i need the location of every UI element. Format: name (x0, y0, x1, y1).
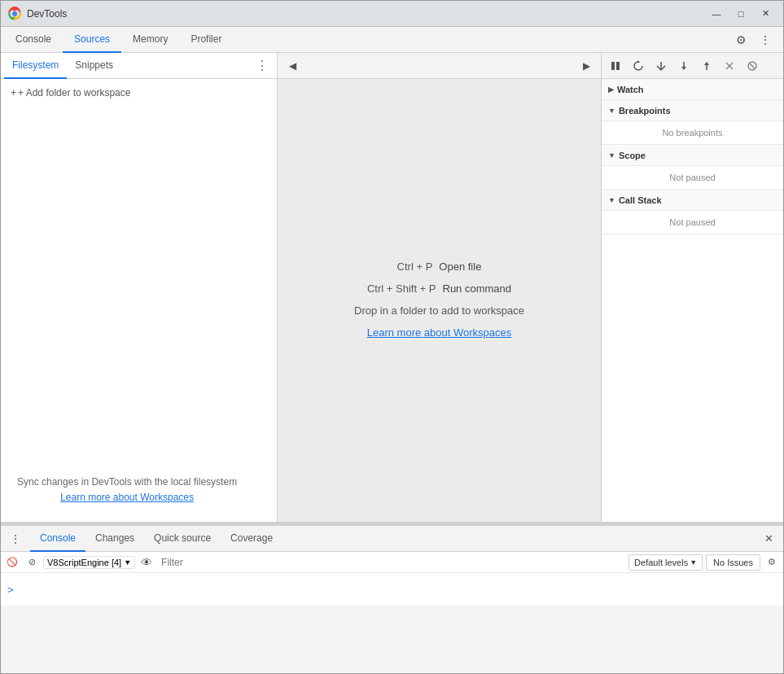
step-out-icon (701, 60, 712, 72)
devtools-window: DevTools — □ ✕ Console Sources Memory Pr… (0, 0, 784, 674)
bottom-tab-changes[interactable]: Changes (85, 526, 144, 552)
right-panel: ▶ Watch ▼ Breakpoints No breakpoints ▼ S… (601, 53, 783, 522)
watch-triangle-icon: ▶ (608, 85, 614, 94)
step-into-button[interactable] (673, 55, 694, 77)
shortcut-action-open: Open file (439, 260, 481, 273)
step-into-icon (678, 60, 690, 72)
breakpoints-section-header[interactable]: ▼ Breakpoints (602, 100, 783, 121)
left-panel: Filesystem Snippets ⋮ + + Add folder to … (1, 53, 278, 522)
maximize-button[interactable]: □ (729, 5, 752, 23)
filter-input[interactable] (158, 554, 393, 571)
add-icon: + (11, 87, 16, 98)
context-dropdown-icon: ▼ (124, 558, 131, 567)
tab-filesystem[interactable]: Filesystem (4, 53, 67, 79)
context-selector[interactable]: V8ScriptEngine [4] ▼ (43, 556, 135, 569)
call-stack-triangle-icon: ▼ (608, 196, 615, 204)
pause-resume-button[interactable] (605, 55, 626, 77)
tab-profiler[interactable]: Profiler (179, 27, 233, 53)
panel-more-icon[interactable]: ⋮ (251, 58, 274, 73)
deactivate-breakpoints-button[interactable] (719, 55, 740, 77)
top-tabs-right: ⚙ ⋮ (729, 28, 783, 51)
svg-marker-5 (704, 62, 709, 65)
shortcut-key-run: Ctrl + Shift + P (367, 282, 436, 295)
left-panel-tabs: Filesystem Snippets ⋮ (1, 53, 277, 79)
eye-icon[interactable]: 👁 (138, 554, 155, 571)
console-clear-button[interactable]: 🚫 (4, 554, 20, 571)
expand-panel-icon[interactable]: ▶ (575, 55, 598, 77)
svg-marker-4 (681, 67, 686, 70)
close-button[interactable]: ✕ (754, 5, 777, 23)
tab-sources[interactable]: Sources (63, 27, 121, 53)
no-issues-button[interactable]: No Issues (706, 554, 760, 571)
step-back-button[interactable] (628, 55, 649, 77)
pause-icon (610, 60, 621, 72)
minimize-button[interactable]: — (705, 5, 728, 23)
svg-rect-1 (611, 62, 615, 70)
shortcut-open-file: Ctrl + P Open file (397, 260, 482, 273)
center-toolbar: ◀ ▶ (278, 53, 601, 79)
stop-icon (747, 60, 758, 72)
step-over-button[interactable] (650, 55, 672, 77)
call-stack-section-header[interactable]: ▼ Call Stack (602, 190, 783, 211)
scope-section-header[interactable]: ▼ Scope (602, 145, 783, 166)
shortcut-action-run: Run command (443, 282, 512, 295)
levels-dropdown-icon: ▼ (690, 558, 697, 567)
tab-memory[interactable]: Memory (121, 27, 179, 53)
scope-content: Not paused (602, 166, 783, 190)
tab-snippets[interactable]: Snippets (67, 53, 121, 79)
window-controls: — □ ✕ (705, 5, 777, 23)
bottom-tab-console[interactable]: Console (30, 526, 85, 552)
chrome-logo-icon (7, 7, 22, 21)
bottom-panel-dots-icon[interactable]: ⋮ (4, 527, 27, 550)
svg-rect-2 (616, 62, 620, 70)
step-back-icon (633, 60, 644, 72)
shortcut-key-open: Ctrl + P (397, 260, 433, 273)
console-prompt-icon: > (7, 584, 14, 596)
settings-icon[interactable]: ⚙ (729, 28, 752, 51)
deactivate-icon (724, 60, 735, 72)
console-content: > (1, 573, 783, 606)
console-no-log-button[interactable]: ⊘ (24, 554, 40, 571)
add-folder-button[interactable]: + + Add folder to workspace (7, 85, 134, 100)
svg-line-9 (750, 63, 755, 68)
center-learn-more-link[interactable]: Learn more about Workspaces (367, 326, 512, 339)
workspace-shortcuts: Ctrl + P Open file Ctrl + Shift + P Run … (354, 260, 524, 339)
scope-triangle-icon: ▼ (608, 151, 615, 160)
breakpoints-triangle-icon: ▼ (608, 107, 615, 115)
top-tab-bar: Console Sources Memory Profiler ⚙ ⋮ (1, 27, 783, 53)
close-bottom-panel-button[interactable]: ✕ (757, 527, 780, 550)
main-layout: Filesystem Snippets ⋮ + + Add folder to … (1, 53, 783, 522)
learn-more-link[interactable]: Learn more about Workspaces (60, 492, 194, 503)
bottom-tab-bar: ⋮ Console Changes Quick source Coverage … (1, 526, 783, 552)
call-stack-content: Not paused (602, 211, 783, 234)
drop-folder-text: Drop in a folder to add to workspace (354, 304, 524, 317)
bottom-tab-quick-source[interactable]: Quick source (144, 526, 221, 552)
debug-toolbar (602, 53, 783, 79)
center-panel: ◀ ▶ Ctrl + P Open file Ctrl + Shift + P … (278, 53, 601, 522)
more-options-icon[interactable]: ⋮ (754, 28, 777, 51)
step-over-icon (655, 60, 667, 72)
step-out-button[interactable] (696, 55, 717, 77)
title-bar: DevTools — □ ✕ (1, 1, 783, 27)
bottom-area: ⋮ Console Changes Quick source Coverage … (1, 525, 783, 606)
shortcut-run-command: Ctrl + Shift + P Run command (367, 282, 511, 295)
bottom-tab-coverage[interactable]: Coverage (221, 526, 283, 552)
default-levels-button[interactable]: Default levels ▼ (629, 554, 703, 571)
left-panel-content: + + Add folder to workspace Sync changes… (1, 79, 277, 522)
console-settings-icon[interactable]: ⚙ (764, 554, 780, 571)
app-title: DevTools (27, 8, 705, 20)
stop-button[interactable] (742, 55, 763, 77)
watch-section-header[interactable]: ▶ Watch (602, 79, 783, 100)
workspace-info: Sync changes in DevTools with the local … (7, 465, 247, 515)
collapse-panel-icon[interactable]: ◀ (281, 55, 304, 77)
tab-console[interactable]: Console (4, 27, 63, 53)
console-toolbar: 🚫 ⊘ V8ScriptEngine [4] ▼ 👁 Default level… (1, 552, 783, 573)
svg-point-0 (12, 11, 17, 16)
breakpoints-content: No breakpoints (602, 121, 783, 145)
